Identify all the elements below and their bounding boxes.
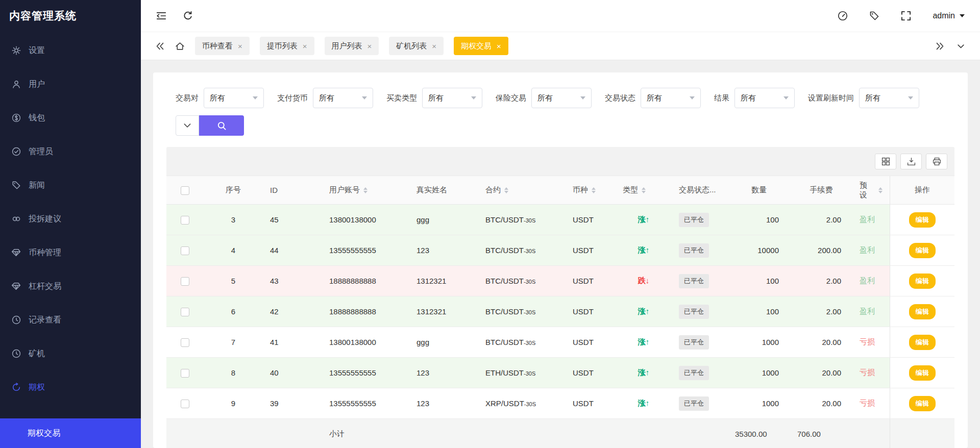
edit-button[interactable]: 编辑 <box>909 396 936 411</box>
trade-type-select[interactable]: 所有 <box>422 88 482 108</box>
edit-button[interactable]: 编辑 <box>909 243 936 258</box>
tab-close-icon[interactable]: × <box>497 42 501 50</box>
sort-icon[interactable] <box>642 187 646 193</box>
refresh-icon[interactable] <box>183 11 193 21</box>
sidebar-collapse-icon[interactable] <box>156 11 166 21</box>
tab-withdraw-list[interactable]: 提币列表 × <box>260 37 314 55</box>
row-checkbox[interactable] <box>181 338 189 347</box>
sidebar-item-leverage[interactable]: 杠杆交易 <box>0 269 141 303</box>
column-header-seq: 序号 <box>204 176 263 205</box>
fullscreen-icon[interactable] <box>901 11 911 21</box>
column-header-currency: 币种 <box>566 176 616 205</box>
filter-collapse-button[interactable] <box>176 115 199 136</box>
tab-coin-view[interactable]: 币种查看 × <box>195 37 250 55</box>
tabs-scroll-right-icon[interactable] <box>935 41 945 51</box>
tab-options-trade[interactable]: 期权交易 × <box>454 37 508 55</box>
tab-close-icon[interactable]: × <box>303 42 307 50</box>
sort-icon[interactable] <box>878 187 883 193</box>
result-select[interactable]: 所有 <box>734 88 795 108</box>
row-checkbox[interactable] <box>181 216 189 225</box>
tab-miner-list[interactable]: 矿机列表 × <box>389 37 444 55</box>
row-checkbox[interactable] <box>181 277 189 286</box>
edit-button[interactable]: 编辑 <box>909 273 936 289</box>
row-checkbox[interactable] <box>181 246 189 255</box>
search-button[interactable] <box>199 115 244 136</box>
cell-account: 18888888888 <box>322 296 409 327</box>
tabs-scroll-left-icon[interactable] <box>155 41 165 51</box>
status-badge: 已平仓 <box>679 366 709 380</box>
tab-label: 期权交易 <box>461 41 492 51</box>
check-badge-icon <box>12 147 21 156</box>
table-row: 5 43 18888888888 1312321 BTC/USDT-30S US… <box>166 266 954 296</box>
cell-fee: 20.00 <box>790 358 852 388</box>
home-icon[interactable] <box>175 41 185 51</box>
cell-currency: USDT <box>566 235 616 266</box>
topbar: admin <box>141 0 980 32</box>
user-menu[interactable]: admin <box>933 11 965 20</box>
edit-button[interactable]: 编辑 <box>909 365 936 381</box>
insurance-select[interactable]: 所有 <box>531 88 592 108</box>
cell-type: 涨↑ <box>616 235 672 266</box>
cell-status: 已平仓 <box>672 266 728 296</box>
row-checkbox[interactable] <box>181 369 189 378</box>
tab-label: 币种查看 <box>202 41 233 51</box>
edit-button[interactable]: 编辑 <box>909 212 936 228</box>
table-row: 4 44 13555555555 123 BTC/USDT-30S USDT 涨… <box>166 235 954 266</box>
sidebar-item-label: 管理员 <box>29 146 53 157</box>
pay-currency-select[interactable]: 所有 <box>313 88 373 108</box>
columns-icon[interactable] <box>875 154 896 169</box>
row-checkbox[interactable] <box>181 308 189 316</box>
cell-preset: 盈利 <box>852 235 890 266</box>
sidebar-menu: 设置 用户 钱包 管理员 <box>0 32 141 418</box>
export-icon[interactable] <box>900 154 922 169</box>
chevron-down-icon <box>580 96 585 99</box>
sidebar-item-label: 钱包 <box>29 113 45 123</box>
sidebar-item-options[interactable]: 期权 <box>0 370 141 404</box>
table-toolbar <box>166 147 954 176</box>
edit-button[interactable]: 编辑 <box>909 335 936 350</box>
cell-status: 已平仓 <box>672 235 728 266</box>
tab-close-icon[interactable]: × <box>368 42 372 50</box>
tabs-menu-chevron-icon[interactable] <box>956 41 966 51</box>
refresh-time-select[interactable]: 所有 <box>859 88 919 108</box>
dashboard-icon[interactable] <box>838 11 848 21</box>
sort-icon[interactable] <box>592 187 596 193</box>
row-checkbox[interactable] <box>181 400 189 408</box>
sidebar-item-coins[interactable]: 币种管理 <box>0 236 141 269</box>
column-header-fee: 手续费 <box>790 176 852 205</box>
sort-icon[interactable] <box>363 187 368 193</box>
column-header-actions: 操作 <box>890 176 954 205</box>
status-badge: 已平仓 <box>679 335 709 350</box>
edit-button[interactable]: 编辑 <box>909 304 936 319</box>
sidebar-item-feedback[interactable]: 投拆建议 <box>0 202 141 236</box>
cell-actions: 编辑 <box>890 388 954 419</box>
sidebar-item-options-trade[interactable]: 期权交易 <box>0 418 141 448</box>
sidebar-item-users[interactable]: 用户 <box>0 67 141 101</box>
cell-contract: BTC/USDT-30S <box>478 205 566 235</box>
cell-actions: 编辑 <box>890 266 954 296</box>
trade-status-select[interactable]: 所有 <box>641 88 701 108</box>
sidebar-item-miners[interactable]: 矿机 <box>0 337 141 370</box>
sidebar-item-settings[interactable]: 设置 <box>0 34 141 67</box>
print-icon[interactable] <box>926 154 947 169</box>
sidebar-item-label: 记录查看 <box>29 315 61 326</box>
tab-close-icon[interactable]: × <box>432 42 436 50</box>
tab-close-icon[interactable]: × <box>238 42 242 50</box>
cell-type: 涨↑ <box>616 358 672 388</box>
cell-id: 45 <box>263 205 322 235</box>
sidebar-item-records[interactable]: 记录查看 <box>0 303 141 337</box>
cell-account: 13800138000 <box>322 205 409 235</box>
cell-seq: 7 <box>204 327 263 358</box>
tab-user-list[interactable]: 用户列表 × <box>325 37 379 55</box>
sidebar-item-wallet[interactable]: 钱包 <box>0 101 141 135</box>
pair-select[interactable]: 所有 <box>204 88 264 108</box>
sidebar-item-news[interactable]: 新闻 <box>0 168 141 202</box>
tag-icon[interactable] <box>869 11 879 21</box>
select-all-checkbox[interactable] <box>181 186 189 195</box>
cell-amount: 100 <box>728 266 790 296</box>
sort-icon[interactable] <box>504 187 508 193</box>
chevron-down-icon <box>362 96 367 99</box>
cell-status: 已平仓 <box>672 388 728 419</box>
sidebar-item-admins[interactable]: 管理员 <box>0 135 141 168</box>
filter-group-insurance: 保险交易 所有 <box>496 88 592 108</box>
